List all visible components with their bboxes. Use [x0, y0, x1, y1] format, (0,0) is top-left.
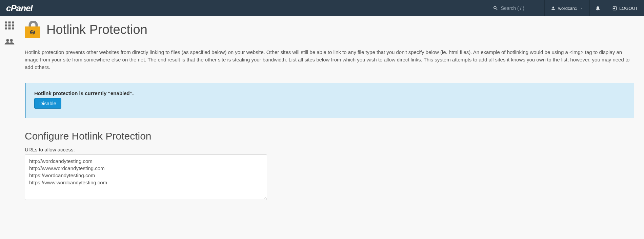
status-alert: Hotlink protection is currently “enabled…	[25, 83, 634, 118]
svg-point-9	[6, 39, 9, 42]
configure-heading: Configure Hotlink Protection	[25, 130, 634, 142]
search-container	[487, 5, 544, 11]
user-menu[interactable]: wordcan1	[544, 0, 589, 16]
svg-rect-2	[12, 21, 14, 23]
main-content: Hotlink Protection Hotlink protection pr…	[19, 16, 644, 239]
users-icon	[4, 38, 15, 45]
logout-button[interactable]: LOGOUT	[606, 0, 644, 16]
logout-icon	[612, 6, 617, 11]
caret-down-icon	[580, 6, 583, 10]
disable-button[interactable]: Disable	[34, 98, 61, 109]
page-title-row: Hotlink Protection	[25, 20, 634, 41]
bell-icon	[595, 5, 601, 11]
left-sidebar	[0, 16, 19, 239]
svg-rect-6	[5, 27, 7, 30]
urls-textarea[interactable]	[25, 154, 267, 200]
search-icon[interactable]	[493, 5, 498, 11]
username-label: wordcan1	[558, 6, 577, 11]
page-title: Hotlink Protection	[46, 22, 147, 37]
hotlink-icon	[25, 21, 42, 38]
svg-rect-7	[8, 27, 11, 30]
svg-rect-4	[8, 24, 11, 26]
svg-point-10	[10, 39, 13, 42]
svg-rect-8	[12, 27, 14, 30]
user-icon	[551, 6, 556, 11]
status-text: Hotlink protection is currently “enabled…	[34, 90, 626, 96]
notifications-button[interactable]	[589, 0, 606, 16]
sidebar-users[interactable]	[3, 37, 16, 47]
cpanel-logo[interactable]: cPanel	[6, 3, 33, 14]
page-description: Hotlink protection prevents other websit…	[25, 41, 634, 77]
search-input[interactable]	[501, 5, 538, 11]
svg-rect-0	[5, 21, 7, 23]
urls-label: URLs to allow access:	[25, 147, 634, 152]
grid-icon	[5, 21, 14, 30]
svg-rect-3	[5, 24, 7, 26]
logout-label: LOGOUT	[619, 6, 638, 11]
svg-rect-1	[8, 21, 11, 23]
svg-rect-5	[12, 24, 14, 26]
top-header: cPanel wordcan1 LOGOUT	[0, 0, 644, 16]
sidebar-home[interactable]	[3, 20, 16, 31]
